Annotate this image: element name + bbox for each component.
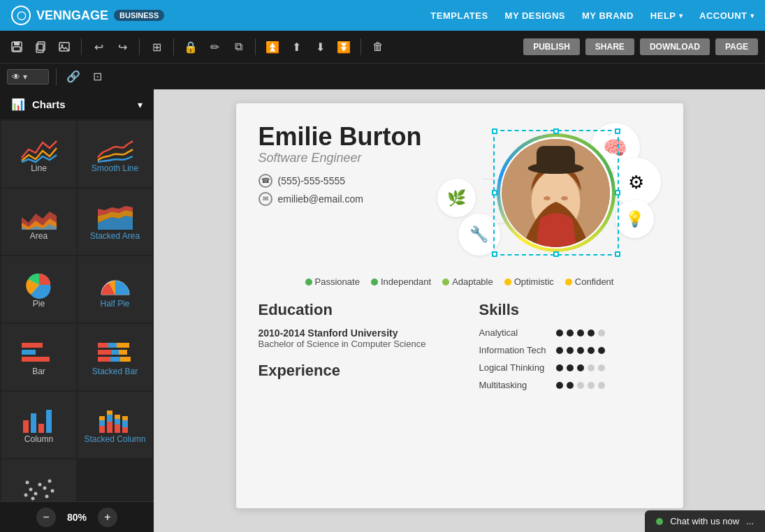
- resume-bottom: Education 2010-2014 Stanford University …: [258, 301, 661, 397]
- chart-item-area[interactable]: Area: [1, 189, 76, 255]
- toolbar2-link-btn[interactable]: 🔗: [64, 67, 83, 87]
- svg-rect-34: [122, 420, 128, 427]
- chart-item-label-column: Column: [24, 434, 53, 444]
- stacked-bar-chart-icon: [96, 339, 134, 367]
- nav-account[interactable]: ACCOUNT: [699, 10, 754, 21]
- toolbar-up2-btn[interactable]: ⏫: [263, 37, 282, 57]
- svg-rect-20: [23, 420, 29, 433]
- download-button[interactable]: DOWNLOAD: [640, 38, 710, 55]
- skill-dot: [598, 347, 605, 354]
- toolbar-down2-btn[interactable]: ⏬: [334, 37, 354, 57]
- experience-title: Experience: [258, 362, 457, 380]
- skill-dot: [598, 382, 605, 389]
- chart-item-line[interactable]: Line: [1, 121, 76, 187]
- trait-dot-optimistic: [504, 279, 511, 286]
- resume-title: Software Engineer: [258, 151, 437, 165]
- handle-bottom-left[interactable]: [492, 251, 497, 257]
- svg-rect-27: [107, 422, 112, 433]
- chart-item-pie[interactable]: Pie: [1, 256, 76, 323]
- svg-rect-31: [115, 419, 120, 424]
- toolbar-down-btn[interactable]: ⬇: [310, 37, 330, 57]
- toolbar-undo-btn[interactable]: ↩: [89, 37, 108, 57]
- skill-dots-info-tech: [556, 347, 605, 354]
- chart-item-label-stacked-column: Stacked Column: [84, 434, 145, 444]
- resume-contact: ☎ (555)-555-5555 ✉ emilieb@email.com: [258, 174, 437, 206]
- view-select[interactable]: 👁 ▾: [7, 69, 49, 84]
- skill-dot: [588, 364, 595, 371]
- nav-my-brand[interactable]: MY BRAND: [582, 10, 634, 21]
- sidebar-charts-header[interactable]: 📊 Charts ▾: [0, 89, 154, 119]
- zoom-in-button[interactable]: +: [98, 508, 117, 527]
- logo[interactable]: ◯ VENNGAGE BUSINESS: [11, 6, 164, 25]
- toolbar-lock-btn[interactable]: 🔒: [181, 37, 201, 57]
- trait-dot-independant: [371, 279, 378, 286]
- zoom-level: 80%: [67, 512, 87, 523]
- skill-dot: [567, 364, 574, 371]
- resume-left: Education 2010-2014 Stanford University …: [258, 301, 457, 397]
- svg-point-42: [31, 496, 34, 500]
- svg-point-57: [561, 196, 568, 200]
- resume-card: Emilie Burton Software Engineer ☎ (555)-…: [236, 103, 683, 508]
- skill-dot: [567, 347, 574, 354]
- profile-portrait: [502, 139, 610, 247]
- chart-item-label-stacked-area: Stacked Area: [90, 231, 140, 241]
- chat-widget[interactable]: Chat with us now ...: [645, 510, 765, 532]
- toolbar-delete-btn[interactable]: 🗑: [368, 37, 388, 57]
- svg-point-41: [48, 479, 51, 482]
- toolbar2-crop-btn[interactable]: ⊡: [87, 67, 107, 87]
- chart-item-stacked-area[interactable]: Stacked Area: [78, 189, 152, 255]
- handle-bottom-middle[interactable]: [553, 251, 559, 257]
- skill-row-logical: Logical Thinking: [479, 362, 661, 373]
- skill-dot: [598, 364, 605, 371]
- trait-adaptable: Adaptable: [442, 276, 493, 287]
- education-item-0: 2010-2014 Stanford University Bachelor o…: [258, 327, 457, 349]
- toolbar-edit-btn[interactable]: ✏: [205, 37, 224, 57]
- share-button[interactable]: SHARE: [585, 38, 634, 55]
- chat-dots: ...: [746, 516, 754, 526]
- toolbar-up-btn[interactable]: ⬆: [286, 37, 306, 57]
- chart-item-stacked-bar[interactable]: Stacked Bar: [78, 324, 152, 390]
- toolbar-image-btn[interactable]: [54, 37, 74, 57]
- chart-item-stacked-column[interactable]: Stacked Column: [78, 392, 152, 458]
- zoom-out-button[interactable]: −: [36, 508, 56, 527]
- toolbar-copy-btn[interactable]: [31, 37, 50, 57]
- business-badge: BUSINESS: [114, 10, 164, 21]
- svg-rect-26: [99, 416, 105, 420]
- nav-help[interactable]: HELP: [650, 10, 683, 21]
- chart-item-scatter[interactable]: Scatter: [1, 459, 76, 501]
- nav-templates[interactable]: TEMPLATES: [430, 10, 488, 21]
- top-nav: ◯ VENNGAGE BUSINESS TEMPLATES MY DESIGNS…: [0, 0, 765, 31]
- toolbar-redo-btn[interactable]: ↪: [112, 37, 132, 57]
- svg-rect-11: [98, 343, 108, 348]
- chart-item-half-pie[interactable]: Half Pie: [78, 256, 152, 323]
- page-button[interactable]: PAGE: [715, 38, 758, 55]
- canvas-area[interactable]: Emilie Burton Software Engineer ☎ (555)-…: [154, 89, 765, 532]
- chat-status-dot: [656, 518, 663, 525]
- svg-point-44: [25, 480, 29, 484]
- handle-top-left[interactable]: [492, 128, 497, 134]
- publish-button[interactable]: PUBLISH: [523, 38, 580, 55]
- svg-rect-2: [13, 47, 20, 51]
- charts-label: Charts: [32, 98, 66, 110]
- trait-optimistic: Optimistic: [504, 276, 554, 287]
- svg-rect-22: [38, 424, 44, 433]
- toolbar-grid-btn[interactable]: ⊞: [147, 37, 166, 57]
- svg-rect-25: [99, 420, 105, 426]
- nav-my-designs[interactable]: MY DESIGNS: [505, 10, 565, 21]
- sidebar: 📊 Charts ▾ Line: [0, 89, 154, 532]
- wrench-circle: 🔧: [458, 214, 500, 256]
- toolbar-save-btn[interactable]: [7, 37, 27, 57]
- svg-rect-24: [99, 426, 105, 433]
- svg-rect-23: [46, 410, 52, 433]
- chart-item-smooth-line[interactable]: Smooth Line: [78, 121, 152, 187]
- svg-rect-17: [98, 357, 110, 362]
- trait-independant: Independant: [371, 276, 431, 287]
- chart-item-column[interactable]: Column: [1, 392, 76, 458]
- traits-row: Passionate Independant Adaptable Optimis…: [258, 276, 661, 287]
- toolbar2: 👁 ▾ 🔗 ⊡: [0, 63, 765, 89]
- chart-item-bar[interactable]: Bar: [1, 324, 76, 390]
- svg-rect-19: [120, 357, 131, 362]
- toolbar-layers-btn[interactable]: ⧉: [228, 37, 248, 57]
- smooth-line-chart-icon: [96, 135, 134, 163]
- handle-bottom-right[interactable]: [615, 251, 620, 257]
